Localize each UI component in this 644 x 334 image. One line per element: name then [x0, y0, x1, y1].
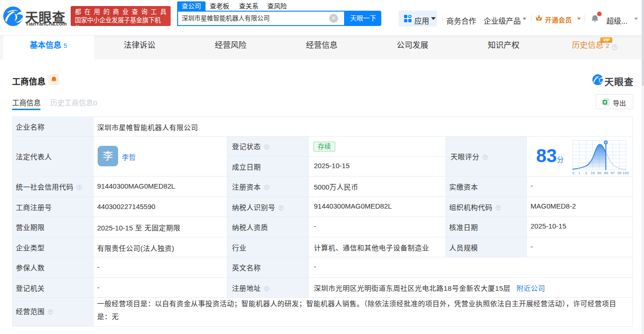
svg-text:1: 1 [578, 171, 581, 175]
svg-text:0: 0 [572, 171, 575, 175]
svg-text:15: 15 [591, 171, 595, 175]
svg-text:99: 99 [617, 171, 622, 175]
svg-text:50: 50 [598, 171, 602, 175]
svg-text:3: 3 [585, 171, 587, 175]
svg-text:100: 100 [623, 171, 629, 175]
svg-text:97: 97 [611, 171, 615, 175]
svg-text:85: 85 [604, 171, 608, 175]
